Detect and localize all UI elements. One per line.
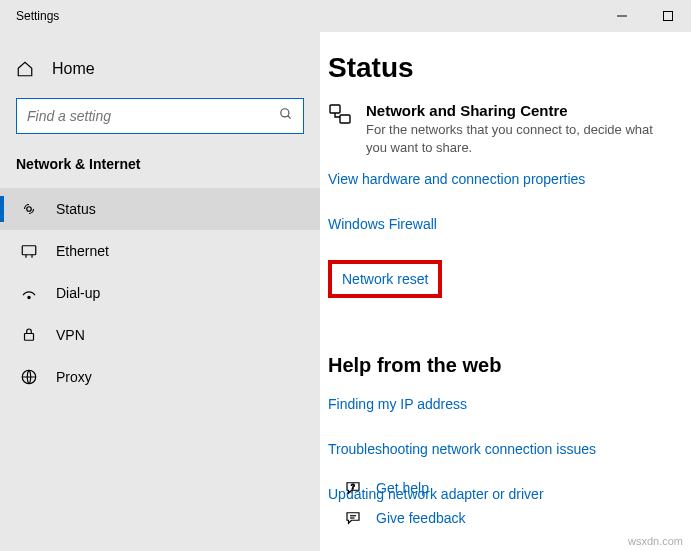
feedback-icon bbox=[344, 509, 362, 527]
sidebar-item-label: Proxy bbox=[56, 369, 92, 385]
footer-links: ? Get help Give feedback bbox=[344, 479, 466, 539]
sidebar-item-dialup[interactable]: Dial-up bbox=[0, 272, 320, 314]
get-help-icon: ? bbox=[344, 479, 362, 497]
svg-point-8 bbox=[28, 296, 30, 298]
status-icon bbox=[20, 200, 38, 218]
svg-point-2 bbox=[281, 109, 289, 117]
network-sharing-block: Network and Sharing Centre For the netwo… bbox=[328, 102, 673, 156]
sidebar-item-vpn[interactable]: VPN bbox=[0, 314, 320, 356]
settings-window: Settings Home Network & Internet bbox=[0, 0, 691, 551]
sidebar-item-label: Dial-up bbox=[56, 285, 100, 301]
help-heading: Help from the web bbox=[328, 354, 673, 377]
svg-text:?: ? bbox=[351, 483, 355, 490]
home-label: Home bbox=[52, 60, 95, 78]
titlebar: Settings bbox=[0, 0, 691, 32]
watermark: wsxdn.com bbox=[628, 535, 683, 547]
maximize-button[interactable] bbox=[645, 0, 691, 32]
search-input[interactable] bbox=[27, 108, 279, 124]
svg-rect-11 bbox=[330, 105, 340, 113]
network-sharing-icon bbox=[328, 102, 352, 126]
home-icon bbox=[16, 60, 34, 78]
link-troubleshoot[interactable]: Troubleshooting network connection issue… bbox=[328, 441, 596, 457]
minimize-button[interactable] bbox=[599, 0, 645, 32]
link-find-ip[interactable]: Finding my IP address bbox=[328, 396, 467, 412]
link-network-reset[interactable]: Network reset bbox=[342, 271, 428, 287]
window-body: Home Network & Internet Status Ether bbox=[0, 32, 691, 551]
proxy-icon bbox=[20, 368, 38, 386]
content-pane: Status Network and Sharing Centre For th… bbox=[320, 32, 691, 551]
link-view-hardware[interactable]: View hardware and connection properties bbox=[328, 171, 585, 187]
page-title: Status bbox=[328, 52, 673, 84]
sidebar-section-title: Network & Internet bbox=[0, 156, 320, 188]
search-box[interactable] bbox=[16, 98, 304, 134]
svg-line-3 bbox=[288, 116, 291, 119]
link-get-help[interactable]: Get help bbox=[376, 480, 429, 496]
link-windows-firewall[interactable]: Windows Firewall bbox=[328, 216, 437, 232]
vpn-icon bbox=[20, 326, 38, 344]
search-icon bbox=[279, 107, 293, 125]
svg-rect-1 bbox=[664, 12, 673, 21]
window-title: Settings bbox=[16, 9, 599, 23]
ethernet-icon bbox=[20, 242, 38, 260]
sidebar-item-label: Ethernet bbox=[56, 243, 109, 259]
svg-rect-12 bbox=[340, 115, 350, 123]
sidebar-item-ethernet[interactable]: Ethernet bbox=[0, 230, 320, 272]
dialup-icon bbox=[20, 284, 38, 302]
svg-rect-9 bbox=[25, 334, 34, 341]
sidebar-item-label: Status bbox=[56, 201, 96, 217]
sidebar-item-label: VPN bbox=[56, 327, 85, 343]
svg-point-4 bbox=[27, 207, 32, 212]
sidebar-item-proxy[interactable]: Proxy bbox=[0, 356, 320, 398]
link-give-feedback[interactable]: Give feedback bbox=[376, 510, 466, 526]
home-nav[interactable]: Home bbox=[0, 52, 320, 86]
highlight-network-reset: Network reset bbox=[328, 260, 442, 298]
sidebar-item-status[interactable]: Status bbox=[0, 188, 320, 230]
network-sharing-heading: Network and Sharing Centre bbox=[366, 102, 673, 119]
sidebar: Home Network & Internet Status Ether bbox=[0, 32, 320, 551]
svg-rect-5 bbox=[22, 246, 36, 255]
network-sharing-desc: For the networks that you connect to, de… bbox=[366, 121, 673, 156]
